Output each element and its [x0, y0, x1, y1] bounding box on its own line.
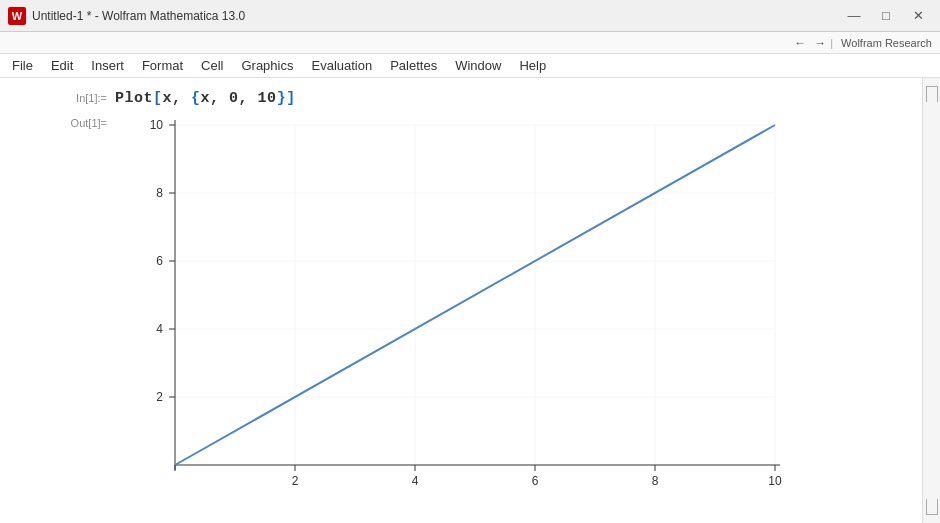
menu-help[interactable]: Help — [511, 56, 554, 75]
minimize-button[interactable]: — — [840, 6, 868, 26]
x-tick-10: 10 — [768, 474, 782, 488]
main-content: In[1]:= Plot[x, {x, 0, 10}] Out[1]= — [0, 78, 940, 523]
scroll-bracket-bottom — [926, 499, 938, 515]
input-code[interactable]: Plot[x, {x, 0, 10}] — [115, 90, 296, 107]
menu-file[interactable]: File — [4, 56, 41, 75]
graph-container: 2 4 6 8 10 2 4 6 8 10 — [115, 115, 835, 495]
nav-bar: ← → | Wolfram Research — [0, 32, 940, 54]
notebook-area: In[1]:= Plot[x, {x, 0, 10}] Out[1]= — [0, 78, 940, 523]
bracket-close: ] — [286, 90, 296, 107]
menu-palettes[interactable]: Palettes — [382, 56, 445, 75]
scrollbar[interactable] — [922, 78, 940, 523]
window-controls: — □ ✕ — [840, 6, 932, 26]
menu-bar: File Edit Insert Format Cell Graphics Ev… — [0, 54, 940, 78]
output-label: Out[1]= — [60, 115, 115, 129]
y-tick-2: 2 — [156, 390, 163, 404]
y-tick-4: 4 — [156, 322, 163, 336]
forward-button[interactable]: → — [810, 36, 830, 50]
bracket-open: [ — [153, 90, 163, 107]
plot-keyword: Plot — [115, 90, 153, 107]
menu-edit[interactable]: Edit — [43, 56, 81, 75]
cell-content: In[1]:= Plot[x, {x, 0, 10}] Out[1]= — [0, 78, 922, 523]
company-name: Wolfram Research — [841, 37, 932, 49]
range-arg: x, 0, 10 — [201, 90, 277, 107]
x-tick-6: 6 — [532, 474, 539, 488]
title-bar-left: W Untitled-1 * - Wolfram Mathematica 13.… — [8, 7, 245, 25]
input-label: In[1]:= — [60, 90, 115, 104]
title-bar: W Untitled-1 * - Wolfram Mathematica 13.… — [0, 0, 940, 32]
maximize-button[interactable]: □ — [872, 6, 900, 26]
menu-insert[interactable]: Insert — [83, 56, 132, 75]
x-tick-8: 8 — [652, 474, 659, 488]
output-cell: Out[1]= — [60, 115, 922, 495]
menu-cell[interactable]: Cell — [193, 56, 231, 75]
brace-close: } — [277, 90, 287, 107]
plot-line — [175, 125, 775, 465]
back-button[interactable]: ← — [790, 36, 810, 50]
window-title: Untitled-1 * - Wolfram Mathematica 13.0 — [32, 9, 245, 23]
plot-svg: 2 4 6 8 10 2 4 6 8 10 — [115, 115, 835, 495]
y-tick-10: 10 — [150, 118, 164, 132]
app-icon: W — [8, 7, 26, 25]
menu-window[interactable]: Window — [447, 56, 509, 75]
x-tick-2: 2 — [292, 474, 299, 488]
menu-evaluation[interactable]: Evaluation — [303, 56, 380, 75]
y-tick-8: 8 — [156, 186, 163, 200]
input-cell[interactable]: In[1]:= Plot[x, {x, 0, 10}] — [60, 86, 922, 111]
scroll-bracket-top — [926, 86, 938, 102]
menu-format[interactable]: Format — [134, 56, 191, 75]
brace-open: { — [191, 90, 201, 107]
plot-arg-x: x, — [163, 90, 192, 107]
close-button[interactable]: ✕ — [904, 6, 932, 26]
x-tick-4: 4 — [412, 474, 419, 488]
y-tick-6: 6 — [156, 254, 163, 268]
menu-graphics[interactable]: Graphics — [233, 56, 301, 75]
